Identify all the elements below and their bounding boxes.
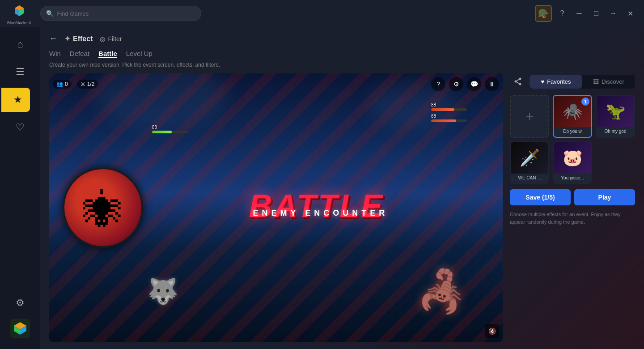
discover-icon: 🖼	[593, 78, 599, 85]
effect-card-do-you-w[interactable]: 🕷️ 1 Do you w	[553, 95, 592, 138]
effect-thumbnail-1: 🕷️ 1	[554, 96, 591, 127]
star-icon: ★	[13, 94, 22, 106]
hero-circle: 🕷	[63, 167, 143, 248]
section-title-label: Effect	[73, 35, 93, 43]
sword-icon: ⚔	[80, 81, 85, 87]
tab-battle[interactable]: Battle	[98, 49, 117, 58]
panel-tabs-row: ♥ Favorites 🖼 Discover	[510, 73, 635, 89]
effects-grid: + 🕷️ 1 Do you w 🦖	[510, 95, 635, 184]
close-button[interactable]: ✕	[623, 7, 637, 20]
save-button[interactable]: Save (1/5)	[510, 189, 571, 205]
navigate-button[interactable]: →	[606, 7, 620, 20]
settings-game-button[interactable]: ⚙	[449, 77, 463, 91]
action-buttons: Save (1/5) Play	[510, 189, 635, 205]
effect-emoji-1: 🕷️	[563, 102, 583, 121]
effect-emoji-2: 🦖	[606, 102, 626, 121]
tab-defeat[interactable]: Defeat	[70, 49, 89, 58]
players-count: 0	[65, 81, 68, 87]
preview-panel: BATTLE ENEMY ENCOUNTER 🕷 🐺 🦂	[49, 73, 635, 342]
title-bar: BlueStacks X 🔍 🪖 ? ─ □ → ✕	[0, 0, 644, 27]
play-button[interactable]: Play	[574, 189, 635, 205]
plus-icon: +	[525, 108, 534, 125]
sidebar-item-favorites[interactable]: ♡	[8, 115, 32, 140]
effect-icon: ✦	[64, 34, 70, 43]
help-game-button[interactable]: ?	[431, 77, 445, 91]
library-icon: ☰	[16, 66, 25, 78]
search-input[interactable]	[57, 10, 195, 17]
sidebar-item-home[interactable]: ⌂	[8, 32, 32, 56]
battles-count: 1/2	[87, 81, 95, 87]
content-area: ← ✦ Effect ◎ Filter Win Defeat Battle Le…	[40, 27, 644, 349]
game-stats: 👥 0 ⚔ 1/2	[53, 80, 98, 89]
filter-label: Filter	[108, 35, 122, 43]
hp-label-1: 88	[431, 102, 467, 107]
sidebar-item-settings[interactable]: ⚙	[8, 291, 32, 315]
hp-label-2: 88	[431, 114, 467, 119]
effect-label-2: Oh my god	[597, 127, 634, 136]
user-avatar[interactable]: 🪖	[535, 5, 552, 22]
search-bar[interactable]: 🔍	[40, 6, 201, 21]
hp-fill-3	[152, 131, 172, 133]
svg-line-6	[516, 81, 520, 84]
logo-area: BlueStacks X	[7, 2, 31, 25]
hp-label-3: 88	[152, 125, 188, 130]
hp-bar-fill-2	[431, 119, 467, 122]
help-button[interactable]: ?	[555, 7, 569, 20]
filter-button[interactable]: ◎ Filter	[100, 35, 122, 43]
sidebar-bottom: ⚙	[8, 291, 32, 338]
hp-bar-fill-1	[431, 108, 467, 111]
effect-card-we-can[interactable]: 🗡️ WE CAN ...	[510, 141, 549, 184]
back-button[interactable]: ←	[49, 34, 57, 43]
right-panel: ♥ Favorites 🖼 Discover +	[510, 73, 635, 342]
battle-subtitle: ENEMY ENCOUNTER	[253, 209, 389, 218]
bluestacks-logo-icon	[10, 2, 28, 20]
tab-discover-panel[interactable]: 🖼 Discover	[582, 75, 635, 89]
pause-game-button[interactable]: ⏸	[485, 77, 499, 91]
hp-bar-3: 88	[152, 125, 188, 133]
help-text: Choose multiple effects for an event. En…	[510, 211, 635, 226]
game-preview: BATTLE ENEMY ENCOUNTER 🕷 🐺 🦂	[49, 73, 503, 342]
minimize-button[interactable]: ─	[572, 7, 586, 20]
hp-fill-2	[431, 119, 456, 122]
effect-thumbnail-3: 🗡️	[511, 142, 548, 174]
sidebar-item-mods[interactable]: ★	[1, 88, 30, 112]
sidebar: ⌂ ☰ ★ ♡ ⚙	[0, 27, 40, 349]
game-bottom: 🔇	[485, 324, 499, 338]
heart-panel-icon: ♥	[541, 78, 544, 85]
main-layout: ⌂ ☰ ★ ♡ ⚙ ←	[0, 27, 644, 349]
home-icon: ⌂	[17, 38, 23, 50]
hero-image: 🕷	[83, 188, 123, 234]
badge-count-1: 1	[581, 98, 589, 106]
chat-game-button[interactable]: 💬	[467, 77, 481, 91]
game-controls: ? ⚙ 💬 ⏸	[431, 77, 499, 91]
effect-emoji-3: 🗡️	[520, 149, 540, 167]
app-name: BlueStacks X	[7, 21, 31, 25]
hp-bar-fill-3	[152, 131, 188, 133]
heart-icon: ♡	[16, 122, 25, 133]
add-effect-button[interactable]: +	[510, 95, 549, 138]
title-bar-controls: 🪖 ? ─ □ → ✕	[535, 5, 637, 22]
tab-favorites-panel[interactable]: ♥ Favorites	[530, 75, 582, 89]
effect-card-oh-my-god[interactable]: 🦖 Oh my god	[596, 95, 635, 138]
battle-scene: BATTLE ENEMY ENCOUNTER 🕷 🐺 🦂	[49, 73, 503, 342]
tab-level-up[interactable]: Level Up	[126, 49, 153, 58]
hp-fill-1	[431, 108, 454, 111]
settings-icon: ⚙	[16, 297, 25, 309]
filter-icon: ◎	[100, 35, 105, 43]
share-button[interactable]	[510, 73, 526, 89]
favorites-panel-label: Favorites	[547, 78, 571, 85]
effect-emoji-4: 🐷	[563, 149, 583, 167]
effect-label-4: You pisse...	[554, 174, 591, 183]
tab-win[interactable]: Win	[49, 49, 61, 58]
search-icon: 🔍	[46, 10, 54, 17]
wolf-creature: 🐺	[148, 277, 178, 306]
hp-bar-1: 88	[431, 102, 467, 111]
effect-card-you-pisse[interactable]: 🐷 You pisse...	[553, 141, 592, 184]
share-icon	[513, 77, 522, 86]
effect-label-3: WE CAN ...	[511, 174, 548, 183]
sidebar-item-library[interactable]: ☰	[8, 60, 32, 84]
battles-badge: ⚔ 1/2	[77, 80, 98, 89]
mute-button[interactable]: 🔇	[485, 324, 499, 338]
discover-panel-label: Discover	[602, 78, 624, 85]
maximize-button[interactable]: □	[589, 7, 603, 20]
